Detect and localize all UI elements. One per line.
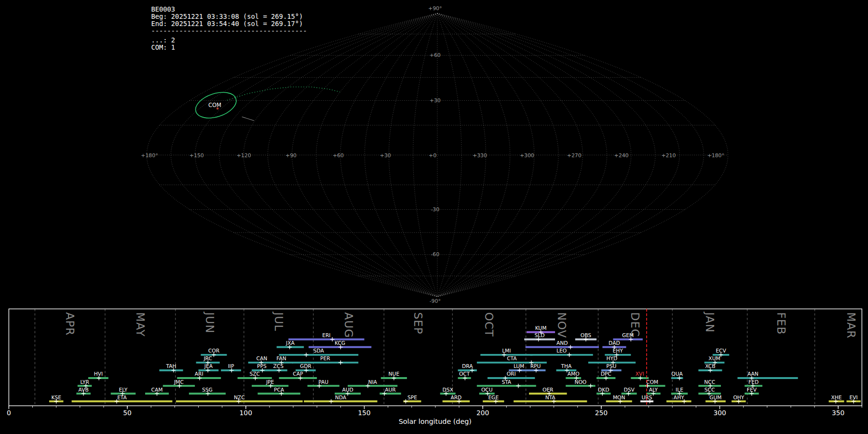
shower-label-QUA: QUA bbox=[671, 371, 683, 377]
shower-label-GUM: GUM bbox=[709, 394, 721, 401]
month-label: JAN bbox=[704, 311, 716, 333]
shower-label-SSG: SSG bbox=[202, 387, 213, 393]
shower-label-CAM: CAM bbox=[151, 387, 163, 393]
month-label: MAY bbox=[134, 312, 147, 337]
shower-label-KUM: KUM bbox=[535, 325, 547, 331]
shower-label-HYD: HYD bbox=[607, 355, 618, 362]
x-tick-label: 0 bbox=[7, 409, 11, 417]
longitude-label: +180° bbox=[141, 152, 158, 159]
shower-label-JRC: JRC bbox=[203, 355, 212, 362]
session-info: BE0003 Beg: 20251221 03:33:08 (sol = 269… bbox=[151, 5, 307, 51]
shower-label-ELY: ELY bbox=[119, 387, 128, 393]
radiant-label: COM bbox=[208, 102, 221, 108]
shower-label-NDA: NDA bbox=[335, 394, 347, 401]
shower-label-DSV: DSV bbox=[624, 387, 635, 393]
shower-label-RPU: RPU bbox=[530, 363, 541, 369]
x-tick-label: 200 bbox=[476, 409, 489, 417]
station-id: BE0003 bbox=[151, 5, 175, 13]
shower-label-CTA: CTA bbox=[507, 355, 517, 362]
longitude-label: +180° bbox=[707, 152, 724, 159]
shower-label-AAN: AAN bbox=[747, 371, 759, 377]
shower-label-STA: STA bbox=[502, 379, 511, 385]
shower-label-PPS: PPS bbox=[257, 363, 267, 369]
shower-label-NUE: NUE bbox=[389, 371, 400, 377]
shower-label-AVB: AVB bbox=[79, 387, 89, 393]
month-label: AUG bbox=[342, 312, 355, 338]
shower-label-KCG: KCG bbox=[335, 340, 345, 346]
shower-label-ILE: ILE bbox=[676, 387, 683, 393]
graticule-meridian bbox=[292, 14, 437, 297]
latitude-label: -30 bbox=[431, 206, 439, 213]
month-label: JUL bbox=[272, 311, 285, 331]
count-unclassified: ...: 2 bbox=[151, 36, 175, 44]
shower-label-ETA: ETA bbox=[117, 394, 127, 401]
shower-label-AUR: AUR bbox=[385, 387, 396, 393]
latitude-label: -60 bbox=[431, 251, 439, 258]
shower-label-FAN: FAN bbox=[276, 355, 286, 362]
x-tick-label: 100 bbox=[240, 409, 252, 417]
shower-label-AND: AND bbox=[556, 340, 568, 346]
x-tick-label: 50 bbox=[123, 409, 132, 417]
x-axis-title: Solar longitude (deg) bbox=[399, 418, 472, 425]
latitude-label: +90° bbox=[428, 5, 442, 12]
plot-canvas: BE0003 Beg: 20251221 03:33:08 (sol = 269… bbox=[0, 0, 868, 434]
shower-label-EGE: EGE bbox=[488, 394, 499, 401]
shower-label-OER: OER bbox=[542, 387, 554, 393]
shower-label-LEO: LEO bbox=[556, 348, 567, 354]
month-label: OCT bbox=[483, 312, 495, 337]
latitude-label: +30 bbox=[430, 97, 441, 104]
shower-label-XUM: XUM bbox=[708, 355, 720, 362]
shower-label-AHY: AHY bbox=[674, 394, 684, 401]
shower-label-TAH: TAH bbox=[165, 363, 176, 369]
shower-label-FEV: FEV bbox=[747, 387, 757, 393]
shower-label-NZC: NZC bbox=[234, 394, 245, 401]
month-label: NOV bbox=[556, 312, 568, 338]
app-window: BE0003 Beg: 20251221 03:33:08 (sol = 269… bbox=[0, 0, 868, 434]
longitude-label: +90 bbox=[285, 152, 297, 159]
shower-label-JXA: JXA bbox=[285, 340, 295, 346]
shower-label-PCA: PCA bbox=[274, 387, 285, 393]
shower-label-NOO: NOO bbox=[574, 379, 586, 385]
x-tick-label: 350 bbox=[832, 409, 844, 417]
shower-label-PER: PER bbox=[320, 355, 330, 362]
shower-label-XVI: XVI bbox=[636, 371, 644, 377]
month-label: JUN bbox=[203, 311, 216, 333]
latitude-label: -90° bbox=[430, 298, 441, 304]
shower-label-JEA: JEA bbox=[204, 363, 213, 369]
longitude-label: +150 bbox=[190, 152, 204, 159]
longitude-label: +60 bbox=[333, 152, 344, 159]
begin-time: Beg: 20251221 03:33:08 (sol = 269.15°) bbox=[151, 13, 303, 20]
shower-label-PAU: PAU bbox=[318, 379, 328, 385]
shower-label-SPE: SPE bbox=[407, 394, 417, 401]
shower-label-COM: COM bbox=[646, 379, 658, 385]
shower-label-NTA: NTA bbox=[545, 394, 556, 401]
longitude-label: +210 bbox=[661, 152, 676, 159]
shower-label-JPE: JPE bbox=[266, 379, 274, 385]
x-tick-label: 300 bbox=[713, 409, 726, 417]
longitude-label: +0 bbox=[429, 152, 436, 159]
month-label: APR bbox=[64, 312, 76, 336]
shower-label-DKD: DKD bbox=[598, 387, 609, 393]
shower-label-ALY: ALY bbox=[649, 387, 658, 393]
shower-label-COR: COR bbox=[208, 348, 220, 354]
longitude-label: +330 bbox=[473, 152, 487, 159]
radiant-drift-track bbox=[227, 87, 340, 100]
shower-label-FED: FED bbox=[748, 379, 759, 385]
longitude-label: +120 bbox=[237, 152, 251, 159]
shower-label-ECV: ECV bbox=[716, 348, 726, 354]
shower-label-OHY: OHY bbox=[733, 394, 744, 401]
shower-label-ORI: ORI bbox=[507, 371, 516, 377]
month-label: FEB bbox=[775, 312, 787, 335]
month-label: SEP bbox=[412, 312, 424, 334]
shower-label-JMC: JMC bbox=[174, 379, 184, 385]
shower-label-OCU: OCU bbox=[481, 387, 493, 393]
shower-label-XCB: XCB bbox=[705, 363, 715, 369]
shower-label-SCC: SCC bbox=[705, 387, 715, 393]
shower-label-AUD: AUD bbox=[342, 387, 353, 393]
shower-label-ARD: ARD bbox=[450, 394, 461, 401]
shower-label-OCT: OCT bbox=[459, 371, 470, 377]
shower-label-THA: THA bbox=[560, 363, 572, 369]
shower-label-GDR: GDR bbox=[300, 363, 312, 369]
separator-line: --------------------------------------- bbox=[151, 27, 307, 35]
shower-label-DRA: DRA bbox=[462, 363, 473, 369]
